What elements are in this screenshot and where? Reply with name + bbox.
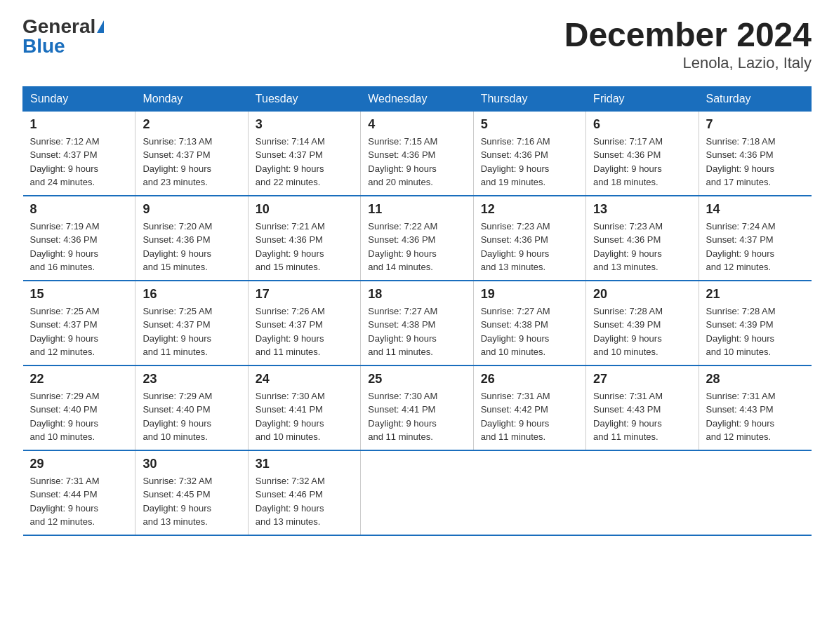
calendar-cell [699, 450, 811, 535]
day-info: Sunrise: 7:16 AM Sunset: 4:36 PM Dayligh… [481, 135, 578, 189]
day-number: 30 [143, 457, 240, 471]
day-info: Sunrise: 7:24 AM Sunset: 4:37 PM Dayligh… [706, 220, 805, 274]
page-header: General Blue December 2024 Lenola, Lazio… [22, 17, 812, 72]
logo: General Blue [22, 17, 104, 56]
day-number: 24 [256, 372, 353, 387]
calendar-cell: 27 Sunrise: 7:31 AM Sunset: 4:43 PM Dayl… [586, 365, 699, 450]
day-info: Sunrise: 7:27 AM Sunset: 4:38 PM Dayligh… [481, 304, 578, 359]
calendar-cell: 9 Sunrise: 7:20 AM Sunset: 4:36 PM Dayli… [135, 196, 248, 281]
logo-blue-text: Blue [22, 36, 65, 56]
day-number: 16 [143, 287, 240, 302]
day-info: Sunrise: 7:13 AM Sunset: 4:37 PM Dayligh… [143, 135, 240, 189]
day-number: 13 [593, 202, 691, 217]
day-number: 5 [481, 117, 578, 132]
week-row-5: 29 Sunrise: 7:31 AM Sunset: 4:44 PM Dayl… [23, 450, 812, 535]
day-number: 17 [256, 287, 353, 302]
day-info: Sunrise: 7:28 AM Sunset: 4:39 PM Dayligh… [593, 304, 691, 359]
calendar-cell: 14 Sunrise: 7:24 AM Sunset: 4:37 PM Dayl… [699, 196, 811, 281]
calendar-cell: 8 Sunrise: 7:19 AM Sunset: 4:36 PM Dayli… [23, 196, 135, 281]
day-number: 7 [706, 117, 805, 132]
page-subtitle: Lenola, Lazio, Italy [564, 54, 812, 72]
calendar-cell: 23 Sunrise: 7:29 AM Sunset: 4:40 PM Dayl… [135, 365, 248, 450]
day-number: 14 [706, 202, 805, 217]
header-saturday: Saturday [699, 86, 811, 111]
day-number: 22 [30, 372, 128, 387]
calendar-cell: 16 Sunrise: 7:25 AM Sunset: 4:37 PM Dayl… [135, 281, 248, 365]
day-number: 8 [30, 202, 128, 217]
day-number: 11 [368, 202, 465, 217]
day-info: Sunrise: 7:25 AM Sunset: 4:37 PM Dayligh… [143, 304, 240, 359]
day-info: Sunrise: 7:23 AM Sunset: 4:36 PM Dayligh… [593, 220, 691, 274]
calendar-cell: 28 Sunrise: 7:31 AM Sunset: 4:43 PM Dayl… [699, 365, 811, 450]
calendar-cell: 7 Sunrise: 7:18 AM Sunset: 4:36 PM Dayli… [699, 111, 811, 196]
calendar-cell: 25 Sunrise: 7:30 AM Sunset: 4:41 PM Dayl… [361, 365, 473, 450]
calendar-header-row: SundayMondayTuesdayWednesdayThursdayFrid… [23, 86, 812, 111]
calendar-cell: 15 Sunrise: 7:25 AM Sunset: 4:37 PM Dayl… [23, 281, 135, 365]
calendar-cell: 31 Sunrise: 7:32 AM Sunset: 4:46 PM Dayl… [248, 450, 360, 535]
day-number: 26 [481, 372, 578, 387]
day-number: 10 [256, 202, 353, 217]
calendar-cell: 1 Sunrise: 7:12 AM Sunset: 4:37 PM Dayli… [23, 111, 135, 196]
header-tuesday: Tuesday [248, 86, 360, 111]
day-info: Sunrise: 7:29 AM Sunset: 4:40 PM Dayligh… [143, 389, 240, 444]
day-number: 3 [256, 117, 353, 132]
day-info: Sunrise: 7:18 AM Sunset: 4:36 PM Dayligh… [706, 135, 805, 189]
logo-triangle-icon [97, 20, 104, 33]
day-number: 9 [143, 202, 240, 217]
calendar-cell: 29 Sunrise: 7:31 AM Sunset: 4:44 PM Dayl… [23, 450, 135, 535]
day-number: 2 [143, 117, 240, 132]
day-number: 27 [593, 372, 691, 387]
calendar-cell: 11 Sunrise: 7:22 AM Sunset: 4:36 PM Dayl… [361, 196, 473, 281]
day-number: 21 [706, 287, 805, 302]
calendar-cell: 13 Sunrise: 7:23 AM Sunset: 4:36 PM Dayl… [586, 196, 699, 281]
calendar-cell: 12 Sunrise: 7:23 AM Sunset: 4:36 PM Dayl… [473, 196, 585, 281]
calendar-cell: 4 Sunrise: 7:15 AM Sunset: 4:36 PM Dayli… [361, 111, 473, 196]
calendar-cell: 30 Sunrise: 7:32 AM Sunset: 4:45 PM Dayl… [135, 450, 248, 535]
day-info: Sunrise: 7:23 AM Sunset: 4:36 PM Dayligh… [481, 220, 578, 274]
day-info: Sunrise: 7:17 AM Sunset: 4:36 PM Dayligh… [593, 135, 691, 189]
calendar-cell: 17 Sunrise: 7:26 AM Sunset: 4:37 PM Dayl… [248, 281, 360, 365]
day-number: 19 [481, 287, 578, 302]
day-number: 12 [481, 202, 578, 217]
day-info: Sunrise: 7:32 AM Sunset: 4:45 PM Dayligh… [143, 474, 240, 529]
calendar-cell: 22 Sunrise: 7:29 AM Sunset: 4:40 PM Dayl… [23, 365, 135, 450]
calendar-cell: 3 Sunrise: 7:14 AM Sunset: 4:37 PM Dayli… [248, 111, 360, 196]
calendar-cell [473, 450, 585, 535]
day-info: Sunrise: 7:30 AM Sunset: 4:41 PM Dayligh… [256, 389, 353, 444]
day-info: Sunrise: 7:25 AM Sunset: 4:37 PM Dayligh… [30, 304, 128, 359]
day-number: 4 [368, 117, 465, 132]
calendar-cell: 24 Sunrise: 7:30 AM Sunset: 4:41 PM Dayl… [248, 365, 360, 450]
day-number: 1 [30, 117, 128, 132]
day-info: Sunrise: 7:31 AM Sunset: 4:43 PM Dayligh… [706, 389, 805, 444]
day-info: Sunrise: 7:12 AM Sunset: 4:37 PM Dayligh… [30, 135, 128, 189]
day-number: 6 [593, 117, 691, 132]
calendar-cell: 18 Sunrise: 7:27 AM Sunset: 4:38 PM Dayl… [361, 281, 473, 365]
calendar-cell: 20 Sunrise: 7:28 AM Sunset: 4:39 PM Dayl… [586, 281, 699, 365]
day-info: Sunrise: 7:21 AM Sunset: 4:36 PM Dayligh… [256, 220, 353, 274]
header-monday: Monday [135, 86, 248, 111]
calendar-cell [586, 450, 699, 535]
day-number: 29 [30, 457, 128, 471]
calendar-cell: 5 Sunrise: 7:16 AM Sunset: 4:36 PM Dayli… [473, 111, 585, 196]
header-sunday: Sunday [23, 86, 135, 111]
day-number: 28 [706, 372, 805, 387]
week-row-2: 8 Sunrise: 7:19 AM Sunset: 4:36 PM Dayli… [23, 196, 812, 281]
title-block: December 2024 Lenola, Lazio, Italy [564, 17, 812, 72]
logo-general-text: General [22, 17, 95, 36]
day-info: Sunrise: 7:22 AM Sunset: 4:36 PM Dayligh… [368, 220, 465, 274]
day-info: Sunrise: 7:26 AM Sunset: 4:37 PM Dayligh… [256, 304, 353, 359]
day-info: Sunrise: 7:15 AM Sunset: 4:36 PM Dayligh… [368, 135, 465, 189]
day-number: 23 [143, 372, 240, 387]
day-number: 18 [368, 287, 465, 302]
day-info: Sunrise: 7:14 AM Sunset: 4:37 PM Dayligh… [256, 135, 353, 189]
calendar-table: SundayMondayTuesdayWednesdayThursdayFrid… [22, 86, 812, 536]
day-info: Sunrise: 7:31 AM Sunset: 4:42 PM Dayligh… [481, 389, 578, 444]
day-info: Sunrise: 7:31 AM Sunset: 4:44 PM Dayligh… [30, 474, 128, 529]
calendar-cell: 2 Sunrise: 7:13 AM Sunset: 4:37 PM Dayli… [135, 111, 248, 196]
day-info: Sunrise: 7:30 AM Sunset: 4:41 PM Dayligh… [368, 389, 465, 444]
day-number: 31 [256, 457, 353, 471]
day-number: 20 [593, 287, 691, 302]
day-info: Sunrise: 7:29 AM Sunset: 4:40 PM Dayligh… [30, 389, 128, 444]
calendar-cell: 21 Sunrise: 7:28 AM Sunset: 4:39 PM Dayl… [699, 281, 811, 365]
calendar-cell: 10 Sunrise: 7:21 AM Sunset: 4:36 PM Dayl… [248, 196, 360, 281]
